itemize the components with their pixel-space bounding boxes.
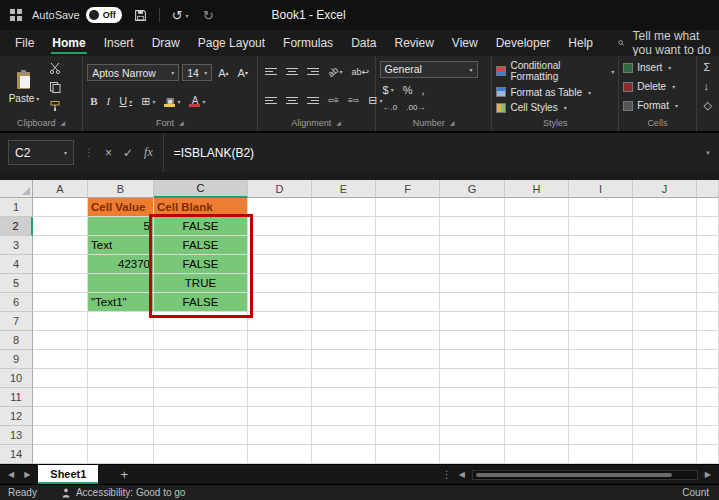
align-center-button[interactable] bbox=[283, 96, 301, 105]
cell-a4[interactable] bbox=[33, 255, 88, 274]
cell-g4[interactable] bbox=[440, 255, 505, 274]
redo-button[interactable]: ↻ bbox=[201, 8, 216, 23]
column-header-g[interactable]: G bbox=[440, 180, 505, 198]
tab-help[interactable]: Help bbox=[559, 31, 602, 55]
cell-i6[interactable] bbox=[569, 293, 633, 312]
tab-file[interactable]: File bbox=[6, 31, 43, 55]
cell-styles-button[interactable]: Cell Styles ▾ bbox=[496, 102, 614, 113]
cell-g3[interactable] bbox=[440, 236, 505, 255]
cell-a7[interactable] bbox=[33, 312, 88, 331]
cell-e8[interactable] bbox=[312, 331, 376, 350]
cell-a12[interactable] bbox=[33, 407, 88, 426]
cell-e3[interactable] bbox=[312, 236, 376, 255]
cell-e10[interactable] bbox=[312, 369, 376, 388]
italic-button[interactable]: I bbox=[104, 94, 114, 108]
cell-a3[interactable] bbox=[33, 236, 88, 255]
cell-d6[interactable] bbox=[248, 293, 312, 312]
cell-h7[interactable] bbox=[505, 312, 569, 331]
tab-data[interactable]: Data bbox=[342, 31, 385, 55]
column-header-e[interactable]: E bbox=[312, 180, 376, 198]
column-header-c[interactable]: C bbox=[154, 180, 248, 198]
autosum-button[interactable]: Σ bbox=[701, 60, 714, 74]
cell-d14[interactable] bbox=[248, 445, 312, 464]
cell-j1[interactable] bbox=[633, 198, 697, 217]
horizontal-scrollbar[interactable] bbox=[472, 470, 698, 480]
row-header-4[interactable]: 4 bbox=[0, 255, 33, 274]
clipboard-dialog-launcher[interactable]: ◢ bbox=[61, 120, 66, 126]
row-header-14[interactable]: 14 bbox=[0, 445, 33, 464]
cell-j2[interactable] bbox=[633, 217, 697, 236]
column-header-i[interactable]: I bbox=[569, 180, 633, 198]
cell-g7[interactable] bbox=[440, 312, 505, 331]
cell-g6[interactable] bbox=[440, 293, 505, 312]
cell-i9[interactable] bbox=[569, 350, 633, 369]
fill-color-button[interactable]: ▣▾ bbox=[161, 95, 183, 108]
cell-h14[interactable] bbox=[505, 445, 569, 464]
cell-a10[interactable] bbox=[33, 369, 88, 388]
cell-f8[interactable] bbox=[376, 331, 440, 350]
cell-c10[interactable] bbox=[154, 369, 248, 388]
cell-partial[interactable] bbox=[697, 426, 719, 445]
scroll-right-button[interactable]: ▶ bbox=[703, 470, 713, 479]
cell-partial[interactable] bbox=[697, 198, 719, 217]
cell-partial[interactable] bbox=[697, 293, 719, 312]
cell-g14[interactable] bbox=[440, 445, 505, 464]
align-right-button[interactable] bbox=[304, 96, 322, 105]
delete-cells-button[interactable]: Delete ▾ bbox=[623, 81, 691, 92]
cell-d8[interactable] bbox=[248, 331, 312, 350]
bold-button[interactable]: B bbox=[87, 94, 100, 108]
orientation-button[interactable]: ab▾ bbox=[325, 66, 346, 78]
comma-style-button[interactable]: , bbox=[418, 83, 427, 97]
cell-f1[interactable] bbox=[376, 198, 440, 217]
cell-h9[interactable] bbox=[505, 350, 569, 369]
cell-e12[interactable] bbox=[312, 407, 376, 426]
conditional-formatting-button[interactable]: Conditional Formatting ▾ bbox=[496, 60, 614, 82]
cell-h12[interactable] bbox=[505, 407, 569, 426]
increase-indent-button[interactable]: ≡⇨ bbox=[345, 95, 362, 106]
cell-partial[interactable] bbox=[697, 217, 719, 236]
cell-i4[interactable] bbox=[569, 255, 633, 274]
tab-split-handle[interactable]: ⋮ bbox=[442, 469, 452, 480]
cell-e6[interactable] bbox=[312, 293, 376, 312]
cell-g8[interactable] bbox=[440, 331, 505, 350]
cell-h13[interactable] bbox=[505, 426, 569, 445]
cell-a9[interactable] bbox=[33, 350, 88, 369]
cell-f6[interactable] bbox=[376, 293, 440, 312]
cell-e7[interactable] bbox=[312, 312, 376, 331]
cell-d11[interactable] bbox=[248, 388, 312, 407]
cell-j14[interactable] bbox=[633, 445, 697, 464]
tab-formulas[interactable]: Formulas bbox=[274, 31, 342, 55]
cell-d1[interactable] bbox=[248, 198, 312, 217]
cell-c3[interactable]: FALSE bbox=[154, 236, 248, 255]
cell-c2[interactable]: FALSE bbox=[154, 217, 248, 236]
row-header-6[interactable]: 6 bbox=[0, 293, 33, 312]
cell-c12[interactable] bbox=[154, 407, 248, 426]
cell-partial[interactable] bbox=[697, 350, 719, 369]
tab-insert[interactable]: Insert bbox=[95, 31, 143, 55]
cell-d5[interactable] bbox=[248, 274, 312, 293]
align-left-button[interactable] bbox=[262, 96, 280, 105]
cell-e13[interactable] bbox=[312, 426, 376, 445]
format-as-table-button[interactable]: Format as Table ▾ bbox=[496, 87, 614, 98]
cell-d13[interactable] bbox=[248, 426, 312, 445]
decrease-font-button[interactable]: A▾ bbox=[235, 66, 251, 80]
cell-d12[interactable] bbox=[248, 407, 312, 426]
cell-g5[interactable] bbox=[440, 274, 505, 293]
cell-h2[interactable] bbox=[505, 217, 569, 236]
wrap-text-button[interactable]: ab↩ bbox=[349, 66, 373, 78]
cell-j13[interactable] bbox=[633, 426, 697, 445]
cell-d7[interactable] bbox=[248, 312, 312, 331]
format-painter-button[interactable] bbox=[46, 99, 64, 113]
cell-c7[interactable] bbox=[154, 312, 248, 331]
cell-a14[interactable] bbox=[33, 445, 88, 464]
cancel-entry-button[interactable]: × bbox=[105, 146, 112, 160]
column-header-b[interactable]: B bbox=[88, 180, 154, 198]
cell-f7[interactable] bbox=[376, 312, 440, 331]
cell-g12[interactable] bbox=[440, 407, 505, 426]
font-name-select[interactable]: Aptos Narrow▾ bbox=[87, 64, 179, 81]
cell-h6[interactable] bbox=[505, 293, 569, 312]
align-top-button[interactable] bbox=[262, 67, 280, 76]
cell-partial[interactable] bbox=[697, 369, 719, 388]
tab-draw[interactable]: Draw bbox=[143, 31, 189, 55]
column-header-d[interactable]: D bbox=[248, 180, 312, 198]
